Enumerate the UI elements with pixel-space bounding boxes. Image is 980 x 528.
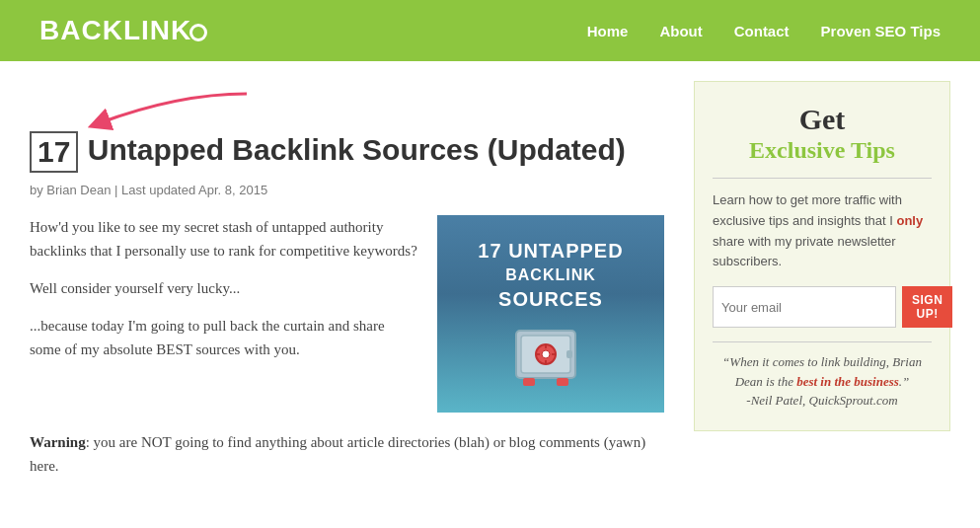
- article-para-3: ...because today I'm going to pull back …: [30, 314, 417, 361]
- sidebar-body-text: Learn how to get more traffic with exclu…: [713, 190, 932, 272]
- sidebar-title-get: Get: [713, 102, 932, 137]
- pink-arrow-icon: [59, 86, 257, 135]
- article-text: How'd you like to see my secret stash of…: [30, 215, 417, 413]
- sidebar-highlight: only: [896, 213, 923, 228]
- nav-home[interactable]: Home: [587, 23, 629, 39]
- last-updated-label: Last updated Apr. 8, 2015: [121, 183, 267, 197]
- main-nav: Home About Contact Proven SEO Tips: [587, 23, 941, 39]
- sidebar: Get Exclusive Tips Learn how to get more…: [694, 81, 950, 478]
- article-para-2: Well consider yourself very lucky...: [30, 276, 417, 300]
- logo-o-circle: [189, 24, 207, 41]
- nav-about[interactable]: About: [659, 23, 702, 39]
- img-label-17-untapped: 17 UNTAPPED: [478, 240, 623, 263]
- sidebar-email-row: SIGN UP!: [713, 286, 932, 328]
- sidebar-quote: “When it comes to link building, Brian D…: [713, 352, 932, 411]
- signup-button[interactable]: SIGN UP!: [902, 286, 952, 328]
- quote-highlight: best in the business: [796, 374, 899, 389]
- title-suffix: Untapped Backlink Sources (Updated): [79, 133, 625, 166]
- title-number-box: 17: [30, 131, 78, 173]
- byline-separator: |: [111, 183, 121, 197]
- sidebar-box: Get Exclusive Tips Learn how to get more…: [694, 81, 950, 431]
- sidebar-body-text-1: Learn how to get more traffic with exclu…: [713, 192, 902, 228]
- arrow-annotation: [30, 81, 664, 130]
- svg-rect-10: [523, 378, 535, 386]
- sidebar-title-exclusive: Exclusive Tips: [713, 137, 932, 164]
- quote-attribution: -Neil Patel, QuickSprout.com: [746, 393, 897, 408]
- article-image-box: 17 UNTAPPED BACKLINK SOURCES: [437, 215, 664, 413]
- img-label-backlink: BACKLINK: [505, 266, 596, 284]
- svg-point-4: [542, 350, 550, 358]
- site-logo[interactable]: BACKLINK: [39, 15, 207, 46]
- sidebar-body-text-2: share with my private newsletter subscri…: [713, 234, 896, 269]
- warning-bold-label: Warning: [30, 434, 86, 450]
- article-body: How'd you like to see my secret stash of…: [30, 215, 664, 413]
- svg-rect-11: [557, 378, 568, 386]
- article-byline: by Brian Dean | Last updated Apr. 8, 201…: [30, 183, 664, 197]
- sidebar-divider-2: [713, 341, 932, 342]
- nav-contact[interactable]: Contact: [734, 23, 790, 39]
- article-para-1: How'd you like to see my secret stash of…: [30, 215, 417, 263]
- sidebar-divider-1: [713, 178, 932, 179]
- safe-vault-icon: [511, 329, 590, 388]
- email-input[interactable]: [713, 286, 896, 328]
- quote-text-end: .”: [899, 374, 909, 389]
- nav-proven-seo[interactable]: Proven SEO Tips: [821, 23, 941, 39]
- byline-author: by Brian Dean: [30, 183, 111, 197]
- img-label-sources: SOURCES: [498, 288, 603, 311]
- main-content: 17 Untapped Backlink Sources (Updated) b…: [0, 61, 980, 507]
- logo-text: BACKLINK: [39, 15, 191, 45]
- warning-text: : you are NOT going to find anything abo…: [30, 434, 645, 474]
- warning-paragraph: Warning: you are NOT going to find anyth…: [30, 430, 664, 478]
- svg-rect-9: [566, 350, 572, 358]
- article-title: 17 Untapped Backlink Sources (Updated): [30, 130, 664, 173]
- article-title-row: 17 Untapped Backlink Sources (Updated): [30, 130, 664, 173]
- site-header: BACKLINK Home About Contact Proven SEO T…: [0, 0, 980, 61]
- article-column: 17 Untapped Backlink Sources (Updated) b…: [30, 81, 664, 478]
- backlink-sources-image: 17 UNTAPPED BACKLINK SOURCES: [437, 215, 664, 413]
